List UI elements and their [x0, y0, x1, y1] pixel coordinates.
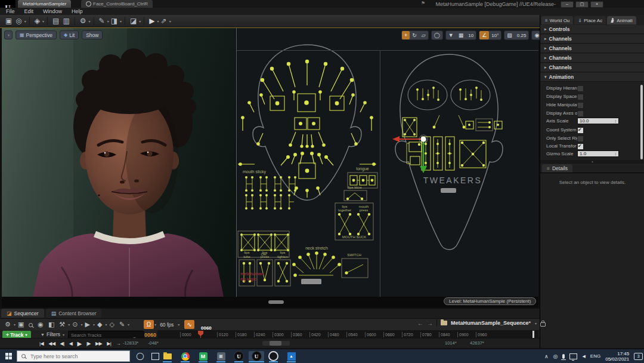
back-icon[interactable]: ←	[417, 320, 423, 327]
level-badge[interactable]: Level: MetaHumanSample (Persistent)	[444, 297, 536, 305]
range-start-value-2[interactable]: -048*	[148, 340, 159, 346]
coordinate-system-icon[interactable]: ◯	[432, 31, 442, 39]
gizmo-x-axis-arrow[interactable]	[392, 136, 400, 142]
flag-icon[interactable]: ⚑	[421, 1, 425, 6]
tab-face-controlboard[interactable]: Face_ControlBoard_CtrlR	[81, 0, 153, 8]
mouth-sticky-controls[interactable]: mouth sticky	[243, 170, 296, 210]
task-view-icon[interactable]	[151, 353, 159, 360]
minimize-button[interactable]: –	[561, 1, 574, 8]
caret-down-icon[interactable]: ▾	[24, 19, 26, 23]
perspective-button[interactable]: ▦Perspective	[16, 30, 57, 39]
gizmo-scale-input[interactable]: 1.0↕	[577, 150, 619, 157]
scale-tool-icon[interactable]: ▱	[419, 31, 428, 39]
tray-obs-icon[interactable]: ◎	[553, 353, 558, 359]
settings-gear-icon[interactable]: ⚙	[80, 17, 86, 25]
timeline-hscrollbar[interactable]	[262, 341, 290, 346]
gray-app-icon[interactable]: ▣	[216, 351, 226, 361]
caret-down-icon[interactable]: ▾	[154, 322, 156, 327]
caret-down-icon[interactable]: ▾	[68, 322, 70, 327]
caret-down-icon[interactable]: ▾	[89, 19, 91, 23]
mouth-suck-controls[interactable]: lips together mouth press MOUTH SUCK	[335, 203, 373, 240]
play-icon[interactable]: ▶	[149, 17, 154, 25]
caret-down-icon[interactable]: ▾	[107, 19, 109, 23]
gizmo-y-axis-arrow[interactable]	[420, 166, 427, 173]
launch-icon[interactable]: ⇗	[161, 17, 167, 25]
tweakers-slider[interactable]	[441, 188, 456, 193]
microphone-icon[interactable]	[562, 354, 565, 359]
curve-editor-button[interactable]: ∿	[184, 320, 194, 329]
board-bottom-scrollbar[interactable]	[268, 300, 284, 304]
tab-details[interactable]: ≡ Details	[542, 164, 572, 173]
tongue-controls[interactable]: tongue	[348, 167, 377, 188]
scale-snap-icon[interactable]: ▧	[504, 31, 515, 39]
tab-metahumansampler[interactable]: MetaHumanSampler	[18, 0, 71, 8]
sequence-name[interactable]: MetaHumanSample_Sequence*	[451, 320, 531, 326]
section-controls[interactable]: ▸Controls	[540, 25, 644, 34]
menu-edit[interactable]: Edit	[24, 8, 34, 14]
section-channels-2[interactable]: ▸Channels	[540, 44, 644, 53]
tray-chevron-icon[interactable]: ∧	[544, 353, 549, 359]
scale-snap-value[interactable]: 0.25	[515, 33, 529, 38]
cortana-icon[interactable]: ◯	[136, 352, 144, 360]
spinner-icon[interactable]: ↕	[615, 119, 617, 123]
step-back-button[interactable]: ◀◀	[48, 341, 55, 346]
obs-icon[interactable]	[268, 351, 278, 361]
range-end-value[interactable]: 1014*	[445, 340, 457, 346]
display-hierarchy-checkbox[interactable]	[577, 85, 584, 92]
caret-down-icon[interactable]: ▾	[93, 322, 95, 327]
spinner-icon[interactable]: ↕	[615, 152, 617, 156]
lock-icon[interactable]	[540, 322, 546, 327]
marketplace-icon[interactable]: ▥	[63, 17, 69, 25]
control-board-left-head[interactable]	[238, 45, 376, 200]
forward-icon[interactable]: →	[427, 320, 433, 327]
curve-pen-icon[interactable]: ✎	[119, 321, 125, 328]
green-m-app-icon[interactable]: M	[198, 351, 208, 361]
lit-button[interactable]: ◆Lit	[60, 30, 79, 39]
display-axes-checkbox[interactable]	[577, 110, 584, 117]
jump-to-end-button[interactable]: ▶|	[107, 341, 111, 346]
sequencer-options-gear-icon[interactable]: ⚙	[5, 321, 11, 328]
axis-scale-input[interactable]: 10.0↕	[577, 118, 619, 124]
frame-forward-button[interactable]: |▶	[86, 341, 91, 346]
surface-snap-icon[interactable]: ▼	[446, 31, 456, 39]
viewport-3d-scene[interactable]	[2, 28, 237, 297]
only-select-rig-checkbox[interactable]	[577, 136, 584, 142]
hide-manipulators-checkbox[interactable]	[577, 102, 584, 109]
timeline-vscrollbar[interactable]	[532, 331, 534, 338]
notification-icon[interactable]: 3	[634, 353, 643, 360]
auto-key-icon[interactable]: ◇	[109, 321, 114, 328]
loop-button[interactable]: →	[116, 341, 120, 346]
tab-animation[interactable]: Animati	[607, 16, 636, 24]
keyframe-options-icon[interactable]: ◆	[97, 321, 102, 328]
create-camera-icon[interactable]: ◉	[38, 321, 44, 328]
caret-down-icon[interactable]: ▾	[157, 19, 159, 23]
render-movie-icon[interactable]: ◧	[48, 321, 54, 328]
current-frame-display[interactable]: 0060	[144, 332, 156, 338]
gizmo-origin-handle[interactable]	[421, 137, 426, 142]
next-key-button[interactable]: ▶▶	[95, 341, 102, 346]
unreal-editor-active-icon[interactable]: U	[249, 351, 264, 361]
content-browser-icon[interactable]: ▤	[52, 17, 59, 25]
caret-down-icon[interactable]: ▾	[14, 322, 16, 327]
tab-sequencer[interactable]: ◪ Sequencer	[1, 309, 44, 318]
cinematics-icon[interactable]: ◨	[111, 17, 117, 25]
build-icon[interactable]: ◪	[130, 17, 137, 25]
tab-content-browser[interactable]: ▤ Content Browser	[46, 309, 102, 318]
range-end-value-2[interactable]: 42637*	[470, 340, 484, 346]
actions-wrench-icon[interactable]: ⚒	[59, 321, 65, 328]
close-button[interactable]: ×	[590, 1, 603, 8]
taskbar-search-input[interactable]	[29, 353, 115, 360]
section-channels-3[interactable]: ▸Channels	[540, 54, 644, 63]
filters-dropdown[interactable]: ▼ Filters ▾	[41, 331, 64, 337]
menu-window[interactable]: Window	[43, 8, 62, 14]
volume-icon[interactable]: ◀	[582, 354, 585, 359]
grid-snap-icon[interactable]: ▦	[456, 31, 466, 39]
section-animation[interactable]: ▾Animation	[540, 73, 644, 82]
menu-file[interactable]: File	[6, 8, 15, 14]
caret-down-icon[interactable]: ▾	[80, 322, 82, 327]
translate-tool-icon[interactable]: +	[402, 31, 410, 39]
photos-icon[interactable]: ▲	[286, 351, 296, 361]
maximize-button[interactable]: ▢	[575, 1, 589, 8]
range-start-value[interactable]: -12833*	[123, 340, 138, 346]
modes-icon[interactable]: ◈	[35, 17, 40, 25]
